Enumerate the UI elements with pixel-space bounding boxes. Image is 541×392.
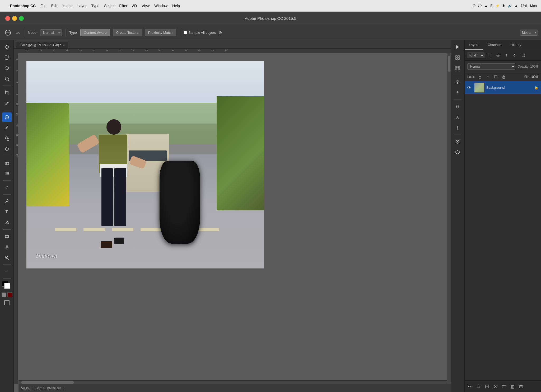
menu-3d[interactable]: 3D: [132, 4, 137, 8]
path-select-tool[interactable]: [2, 218, 12, 227]
pen-tool[interactable]: [2, 197, 12, 206]
eraser-tool[interactable]: [2, 158, 12, 168]
marquee-tool[interactable]: [2, 53, 12, 62]
status-forward-arrow[interactable]: ›: [63, 386, 64, 390]
menu-edit[interactable]: Edit: [51, 4, 58, 8]
fx-button[interactable]: fx: [475, 383, 482, 390]
background-color[interactable]: [4, 283, 10, 289]
minimize-button[interactable]: [12, 16, 17, 21]
lock-art-board-button[interactable]: [493, 74, 499, 80]
delete-layer-button[interactable]: [517, 383, 524, 390]
bluetooth-icon[interactable]: ✱: [502, 4, 505, 8]
grid-view-button[interactable]: [453, 53, 462, 62]
fill-value[interactable]: 100%: [530, 75, 538, 79]
vertical-scrollbar-thumb[interactable]: [448, 56, 450, 72]
canvas-container[interactable]: Tinhte.vn: [18, 53, 451, 384]
horizontal-scrollbar[interactable]: [18, 380, 447, 384]
canvas-image[interactable]: Tinhte.vn: [26, 61, 264, 268]
wifi-icon[interactable]: ▲: [515, 4, 518, 8]
target-icon[interactable]: ⊕: [218, 30, 222, 35]
close-button[interactable]: [5, 16, 10, 21]
add-adjustment-button[interactable]: [492, 383, 499, 390]
menu-help[interactable]: Help: [172, 4, 180, 8]
new-layer-button[interactable]: [509, 383, 516, 390]
text-filter-icon[interactable]: T: [503, 52, 510, 59]
vertical-scrollbar[interactable]: [447, 53, 451, 384]
horizontal-scrollbar-thumb[interactable]: [21, 381, 74, 384]
menu-image[interactable]: Image: [62, 4, 73, 8]
move-tool[interactable]: [2, 42, 12, 52]
timeline-play-button[interactable]: [453, 42, 462, 52]
alert-icon[interactable]: ⚡: [495, 4, 500, 8]
lasso-tool[interactable]: [2, 63, 12, 73]
adjustments-button[interactable]: [453, 88, 462, 97]
menu-window[interactable]: Window: [154, 4, 167, 8]
tab-history[interactable]: History: [506, 40, 525, 50]
maximize-button[interactable]: [19, 16, 24, 21]
shape-filter-icon[interactable]: [511, 52, 518, 59]
crop-tool[interactable]: [2, 88, 12, 97]
lock-move-button[interactable]: [485, 74, 491, 80]
3d-panel-button[interactable]: [453, 148, 462, 157]
clone-stamp-tool[interactable]: [2, 134, 12, 143]
normal-mode-button[interactable]: [2, 292, 6, 297]
info-icon[interactable]: ⓘ: [478, 3, 482, 8]
tab-channels[interactable]: Channels: [483, 40, 506, 50]
add-mask-button[interactable]: [484, 383, 491, 390]
brush-tool[interactable]: [2, 123, 12, 133]
mode-select[interactable]: Normal Replace: [40, 29, 62, 36]
proximity-match-button[interactable]: Proximity Match: [145, 29, 176, 36]
anchor-button[interactable]: [453, 77, 462, 87]
menu-select[interactable]: Select: [104, 4, 114, 8]
motion-select[interactable]: Motion None Standard: [520, 30, 538, 36]
brush-tool-icon[interactable]: [3, 28, 13, 37]
status-bar-arrow[interactable]: ›: [32, 386, 33, 390]
content-aware-button[interactable]: Content-Aware: [80, 29, 110, 36]
add-group-button[interactable]: [501, 383, 507, 390]
smart-filter-icon[interactable]: [520, 52, 527, 59]
hand-tool[interactable]: [2, 242, 12, 252]
menu-layer[interactable]: Layer: [77, 4, 87, 8]
volume-icon[interactable]: 🔊: [508, 4, 512, 8]
layer-item-background[interactable]: 👁 Background 🔒: [465, 81, 541, 94]
paragraph-panel-button[interactable]: ¶: [453, 123, 462, 133]
healing-brush-tool[interactable]: [2, 112, 12, 122]
canvas-tab[interactable]: Gach.jpg @ 59.1% (RGB/8) * ×: [16, 42, 68, 48]
quick-select-tool[interactable]: [2, 74, 12, 83]
menu-view[interactable]: View: [142, 4, 150, 8]
quick-mask-button[interactable]: [7, 292, 12, 297]
create-texture-button[interactable]: Create Texture: [113, 29, 142, 36]
dodge-tool[interactable]: [2, 183, 12, 192]
sample-all-layers-checkbox[interactable]: [184, 31, 187, 34]
text-panel-button[interactable]: A: [453, 112, 462, 122]
menu-type[interactable]: Type: [91, 4, 99, 8]
color-picker[interactable]: [2, 281, 12, 290]
zoom-tool[interactable]: [2, 253, 12, 262]
link-layers-button[interactable]: [467, 383, 474, 390]
opacity-value[interactable]: 100%: [530, 65, 538, 68]
fx-panel-button[interactable]: [453, 137, 462, 147]
lock-pixels-button[interactable]: [477, 74, 483, 80]
eyedropper-tool[interactable]: [2, 98, 12, 108]
adjustment-filter-icon[interactable]: [495, 52, 501, 59]
layer-mode-select[interactable]: Normal Multiply Screen Overlay: [467, 63, 515, 70]
tab-layers[interactable]: Layers: [465, 40, 483, 50]
screen-mode-button[interactable]: [4, 300, 10, 306]
sample-all-layers-label[interactable]: Sample All Layers: [184, 31, 216, 35]
text-tool[interactable]: T: [2, 207, 12, 217]
gradient-tool[interactable]: [2, 169, 12, 178]
cloud-icon[interactable]: ☁: [484, 4, 488, 8]
grid-small-button[interactable]: [453, 63, 462, 73]
kind-select[interactable]: Kind Name Effect: [467, 53, 484, 58]
extra-tools-button[interactable]: ···: [2, 267, 12, 276]
layer-visibility-toggle[interactable]: 👁: [467, 86, 472, 90]
menu-file[interactable]: File: [40, 4, 46, 8]
canvas-tab-close[interactable]: ×: [63, 44, 64, 47]
dropbox-icon[interactable]: ⬡: [473, 4, 475, 8]
layers-panel-button[interactable]: [453, 102, 462, 111]
shape-tool[interactable]: [2, 232, 12, 241]
lock-all-button[interactable]: [501, 74, 507, 80]
history-brush-tool[interactable]: [2, 144, 12, 154]
pixel-filter-icon[interactable]: [486, 52, 493, 59]
menu-filter[interactable]: Filter: [119, 4, 127, 8]
